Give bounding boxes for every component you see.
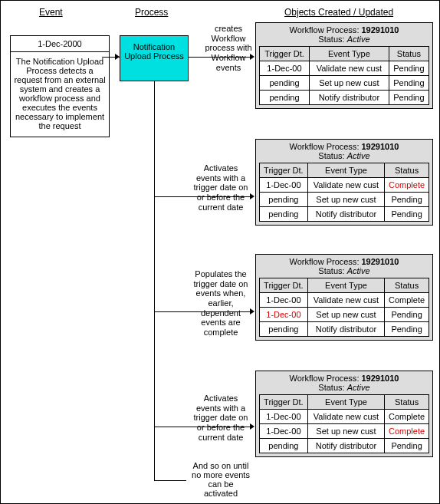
- workflow-header: Workflow Process19291010 StatusActive: [256, 140, 432, 163]
- table-cell: 1-Dec-00: [260, 61, 310, 76]
- header-objects: Objects Created / Updated: [284, 7, 393, 18]
- arrow-icon: [115, 54, 120, 60]
- table-cell: 1-Dec-00: [260, 293, 308, 308]
- workflow-header: Workflow Process19291010 StatusActive: [256, 371, 432, 394]
- table-cell: 1-Dec-00: [260, 178, 308, 193]
- table-cell: Validate new cust: [307, 293, 384, 308]
- table-cell: Set up new cust: [307, 424, 384, 439]
- table-cell: Complete: [385, 424, 429, 439]
- workflow-table: Trigger Dt. Event Type Status1-Dec-00Val…: [259, 278, 429, 337]
- workflow-process-label: Workflow Process: [290, 374, 362, 383]
- table-cell: pending: [260, 439, 308, 453]
- note-2: Activates events with a trigger date on …: [190, 163, 251, 212]
- table-cell: pending: [260, 91, 310, 105]
- table-cell: pending: [260, 76, 310, 91]
- table-row: pendingNotify distributorPending: [260, 322, 429, 337]
- table-cell: Pending: [385, 439, 429, 453]
- workflow-header: Workflow Process19291010 StatusActive: [256, 255, 432, 278]
- table-row: 1-Dec-00Validate new custComplete: [260, 293, 429, 308]
- table-cell: Validate new cust: [309, 61, 389, 76]
- col-status: Status: [385, 278, 429, 293]
- table-row: 1-Dec-00Validate new custPending: [260, 61, 429, 76]
- note-1: creates Workflow process with Workflow e…: [202, 24, 254, 72]
- workflow-status-label: Status: [318, 383, 346, 392]
- event-date: 1-Dec-2000: [11, 36, 109, 52]
- workflow-process-label: Workflow Process: [290, 257, 362, 266]
- table-cell: Pending: [385, 207, 429, 222]
- table-cell: Validate new cust: [307, 410, 384, 424]
- table-row: pendingSet up new custPending: [260, 76, 429, 91]
- workflow-block-4: Workflow Process19291010 StatusActive Tr…: [255, 371, 433, 457]
- workflow-status: Active: [347, 35, 370, 44]
- table-cell: Pending: [385, 322, 429, 337]
- workflow-process-id: 19291010: [362, 25, 399, 35]
- workflow-table: Trigger Dt. Event Type Status1-Dec-00Val…: [259, 46, 429, 105]
- table-row: pendingNotify distributorPending: [260, 207, 429, 222]
- col-event-type: Event Type: [309, 47, 389, 61]
- process-box: Notification Upload Process: [120, 35, 189, 81]
- col-event-type: Event Type: [307, 163, 384, 178]
- col-status: Status: [385, 395, 429, 410]
- note-3: Populates the trigger date on events whe…: [190, 269, 251, 337]
- workflow-status-label: Status: [318, 151, 346, 160]
- table-cell: Set up new cust: [307, 308, 384, 322]
- table-row: 1-Dec-00Validate new custComplete: [260, 178, 429, 193]
- note-4: Activates events with a trigger date on …: [190, 394, 251, 442]
- table-cell: Pending: [385, 308, 429, 322]
- workflow-status: Active: [347, 383, 370, 392]
- connector: [154, 81, 155, 480]
- col-trigger: Trigger Dt.: [260, 278, 308, 293]
- table-cell: Validate new cust: [307, 178, 384, 193]
- header-process: Process: [135, 7, 168, 18]
- table-cell: Notify distributor: [307, 322, 384, 337]
- workflow-table: Trigger Dt. Event Type Status1-Dec-00Val…: [259, 163, 429, 222]
- col-event-type: Event Type: [307, 278, 384, 293]
- table-cell: pending: [260, 207, 308, 222]
- table-cell: Notify distributor: [309, 91, 389, 105]
- diagram-canvas: Event Process Objects Created / Updated …: [0, 0, 440, 504]
- table-row: pendingNotify distributorPending: [260, 91, 429, 105]
- col-trigger: Trigger Dt.: [260, 395, 308, 410]
- header-event: Event: [39, 7, 63, 18]
- col-status: Status: [389, 47, 429, 61]
- workflow-status: Active: [347, 151, 370, 160]
- col-trigger: Trigger Dt.: [260, 163, 308, 178]
- workflow-process-label: Workflow Process: [290, 142, 362, 151]
- table-row: pendingSet up new custPending: [260, 193, 429, 207]
- workflow-header: Workflow Process19291010 StatusActive: [256, 23, 432, 46]
- table-row: 1-Dec-00Set up new custComplete: [260, 424, 429, 439]
- workflow-block-3: Workflow Process19291010 StatusActive Tr…: [255, 254, 433, 341]
- table-cell: Complete: [385, 178, 429, 193]
- table-cell: Notify distributor: [307, 439, 384, 453]
- table-cell: Set up new cust: [309, 76, 389, 91]
- workflow-process-id: 19291010: [362, 142, 399, 151]
- workflow-block-2: Workflow Process19291010 StatusActive Tr…: [255, 139, 433, 226]
- table-cell: Pending: [389, 76, 429, 91]
- table-cell: pending: [260, 193, 308, 207]
- col-event-type: Event Type: [307, 395, 384, 410]
- connector: [154, 480, 186, 481]
- table-cell: Set up new cust: [307, 193, 384, 207]
- workflow-table: Trigger Dt. Event Type Status1-Dec-00Val…: [259, 394, 429, 453]
- col-status: Status: [385, 163, 429, 178]
- process-name: Notification Upload Process: [120, 42, 188, 61]
- event-box: 1-Dec-2000 The Notification Upload Proce…: [10, 35, 110, 137]
- table-cell: 1-Dec-00: [260, 424, 308, 439]
- table-cell: Pending: [389, 91, 429, 105]
- workflow-process-label: Workflow Process: [290, 25, 362, 35]
- workflow-block-1: Workflow Process19291010 StatusActive Tr…: [255, 22, 433, 109]
- note-final: And so on until no more events can be ac…: [190, 461, 251, 498]
- workflow-status-label: Status: [318, 35, 346, 44]
- table-cell: 1-Dec-00: [260, 308, 308, 322]
- table-cell: 1-Dec-00: [260, 410, 308, 424]
- workflow-process-id: 19291010: [362, 257, 399, 266]
- workflow-status-label: Status: [318, 266, 346, 275]
- table-cell: Pending: [385, 193, 429, 207]
- table-row: 1-Dec-00Set up new custPending: [260, 308, 429, 322]
- workflow-status: Active: [347, 266, 370, 275]
- col-trigger: Trigger Dt.: [260, 47, 310, 61]
- table-row: pendingNotify distributorPending: [260, 439, 429, 453]
- table-cell: pending: [260, 322, 308, 337]
- table-cell: Pending: [389, 61, 429, 76]
- workflow-process-id: 19291010: [362, 374, 399, 383]
